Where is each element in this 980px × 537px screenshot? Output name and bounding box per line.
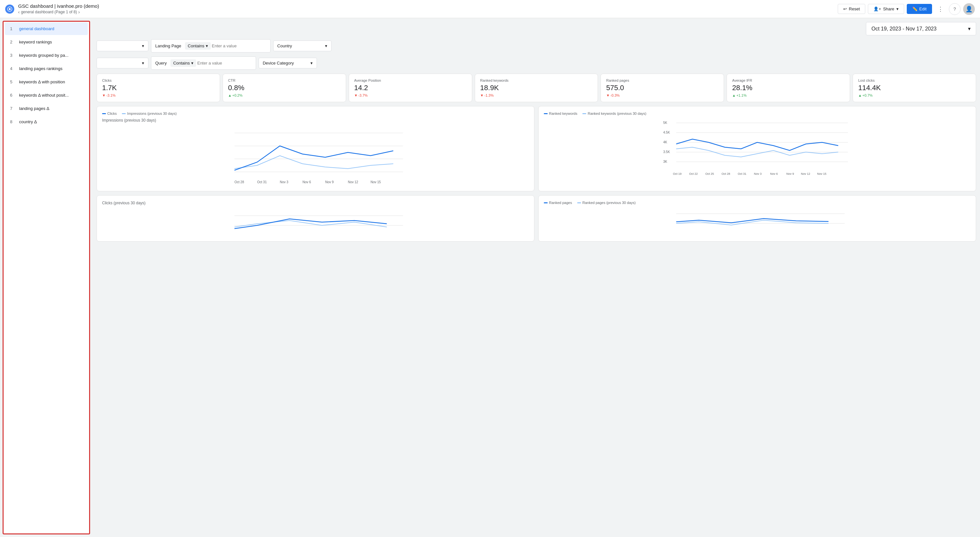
metric-value: 114.4K (858, 84, 970, 92)
chart1-title: Impressions (previous 30 days) (102, 118, 529, 123)
sidebar-item-8[interactable]: 8country Δ (5, 115, 88, 128)
metric-change-value: +0.2% (232, 93, 243, 97)
svg-text:Nov 15: Nov 15 (817, 172, 827, 175)
metric-change-arrow: ▼ (606, 93, 609, 97)
metric-change: ▲ +1.1% (732, 93, 845, 97)
avatar-image: 👤 (966, 5, 972, 13)
topbar: GSC dashboard | ivanhoe.pro (demo) ‹ gen… (0, 0, 980, 18)
legend-ranked-pages: Ranked pages (544, 201, 572, 205)
legend-ranked-kw-dot (544, 113, 548, 114)
sidebar-item-5[interactable]: 5keywords Δ with position (5, 76, 88, 88)
query-contains[interactable]: Contains ▾ (170, 59, 196, 67)
sidebar-item-7[interactable]: 7landing pages Δ (5, 102, 88, 115)
share-button[interactable]: 👤+ Share ▾ (868, 4, 904, 14)
sidebar-item-1[interactable]: 1general dashboard (5, 22, 88, 35)
metric-change-value: +0.7% (862, 93, 873, 97)
edit-button[interactable]: ✏️ Edit (907, 4, 932, 14)
ranked-pages-chart: Ranked pages Ranked pages (previous 30 d… (538, 195, 976, 242)
metric-change: ▼ -1.3% (480, 93, 593, 97)
reset-button[interactable]: ↩ Reset (838, 4, 865, 14)
sidebar-item-3[interactable]: 3keywords grouped by pa... (5, 49, 88, 62)
svg-text:Nov 3: Nov 3 (754, 172, 762, 175)
charts-row-1: Clicks Impressions (previous 30 days) Im… (97, 106, 976, 191)
metric-change-arrow: ▲ (858, 93, 862, 97)
sidebar-item-label: keyword rankings (19, 40, 52, 45)
query-input[interactable] (197, 61, 252, 65)
legend-ranked-kw: Ranked keywords (544, 112, 577, 115)
sidebar-item-label: keywords Δ without posit... (19, 93, 69, 97)
query-contains-value: Contains (173, 61, 189, 65)
landing-page-contains[interactable]: Contains ▾ (185, 42, 210, 49)
chart1-legend: Clicks Impressions (previous 30 days) (102, 112, 529, 115)
date-range-value: Oct 19, 2023 - Nov 17, 2023 (872, 26, 937, 32)
sidebar: 1general dashboard2keyword rankings3keyw… (3, 21, 90, 534)
metric-card-5: Average IFR 28.1% ▲ +1.1% (727, 73, 850, 102)
metric-change: ▼ -3.7% (354, 93, 467, 97)
chart2-legend: Ranked keywords Ranked keywords (previou… (544, 112, 970, 115)
reset-icon: ↩ (843, 6, 847, 11)
legend-ranked-pages-dot (544, 202, 548, 203)
country-filter[interactable]: Country ▾ (273, 41, 331, 51)
legend-clicks: Clicks (102, 112, 117, 115)
svg-text:Nov 6: Nov 6 (770, 172, 778, 175)
legend-ranked-kw-prev: Ranked keywords (previous 30 days) (582, 112, 646, 115)
metric-change-arrow: ▼ (354, 93, 358, 97)
svg-text:Nov 15: Nov 15 (371, 180, 381, 184)
metric-change-arrow: ▲ (228, 93, 232, 97)
chart2-svg: 5K 4.5K 4K 3.5K 3K Oct 19 Oct 22 Oct 25 … (544, 118, 970, 177)
svg-text:3.5K: 3.5K (663, 150, 670, 154)
metric-change-value: +1.1% (736, 93, 747, 97)
avatar[interactable]: 👤 (963, 3, 975, 15)
country-chevron-icon: ▾ (325, 43, 327, 48)
metric-label: Ranked pages (606, 78, 719, 82)
legend-ranked-pages-prev-dot (577, 202, 581, 203)
device-filter[interactable]: Device Category ▾ (259, 58, 317, 69)
impressions-chart: Clicks Impressions (previous 30 days) Im… (97, 106, 535, 191)
svg-point-1 (9, 8, 11, 10)
svg-text:4.5K: 4.5K (663, 131, 670, 134)
title-area: GSC dashboard | ivanhoe.pro (demo) ‹ gen… (18, 3, 834, 14)
date-picker[interactable]: Oct 19, 2023 - Nov 17, 2023 ▾ (866, 22, 976, 35)
svg-text:Nov 12: Nov 12 (348, 180, 358, 184)
nav-back[interactable]: ‹ (18, 10, 20, 14)
share-icon: 👤+ (873, 6, 881, 11)
svg-text:Oct 19: Oct 19 (673, 172, 682, 175)
sidebar-item-num: 3 (10, 53, 15, 58)
sidebar-item-num: 5 (10, 80, 15, 84)
filter-select-1[interactable]: ▾ (97, 41, 148, 51)
svg-text:Nov 6: Nov 6 (303, 180, 312, 184)
landing-page-filter: Landing Page Contains ▾ (151, 39, 270, 53)
svg-text:Nov 3: Nov 3 (280, 180, 289, 184)
device-chevron-icon: ▾ (310, 61, 313, 65)
landing-page-input[interactable] (212, 43, 266, 48)
legend-clicks-label: Clicks (107, 112, 117, 115)
query-filter: Query Contains ▾ (151, 56, 256, 70)
svg-text:3K: 3K (663, 160, 668, 163)
date-chevron-icon: ▾ (968, 25, 970, 32)
nav-forward[interactable]: › (78, 10, 80, 14)
legend-impressions: Impressions (previous 30 days) (122, 112, 177, 115)
more-icon: ⋮ (937, 5, 943, 13)
filter-select-2[interactable]: ▾ (97, 58, 148, 69)
sidebar-item-2[interactable]: 2keyword rankings (5, 36, 88, 48)
device-label: Device Category (263, 61, 294, 65)
metric-change: ▼ -0.3% (606, 93, 719, 97)
filter-select-2-chevron: ▾ (142, 61, 144, 65)
metric-value: 28.1% (732, 84, 845, 92)
metric-change-arrow: ▼ (480, 93, 484, 97)
sidebar-item-num: 2 (10, 40, 15, 45)
legend-ranked-kw-prev-label: Ranked keywords (previous 30 days) (587, 112, 646, 115)
sidebar-item-4[interactable]: 4landing pages rankings (5, 62, 88, 75)
metric-label: CTR (228, 78, 340, 82)
metric-change-value: -1.3% (484, 93, 493, 97)
more-options-button[interactable]: ⋮ (935, 3, 946, 15)
sidebar-item-num: 7 (10, 106, 15, 111)
query-label: Query (155, 61, 167, 65)
chart3-svg (102, 209, 529, 235)
sidebar-item-6[interactable]: 6keywords Δ without posit... (5, 89, 88, 102)
metric-card-4: Ranked pages 575.0 ▼ -0.3% (600, 73, 724, 102)
help-button[interactable]: ? (949, 3, 961, 15)
breadcrumb: general dashboard (Page 1 of 8) (21, 10, 77, 14)
sidebar-item-label: keywords Δ with position (19, 80, 65, 84)
sidebar-item-label: landing pages rankings (19, 66, 62, 71)
